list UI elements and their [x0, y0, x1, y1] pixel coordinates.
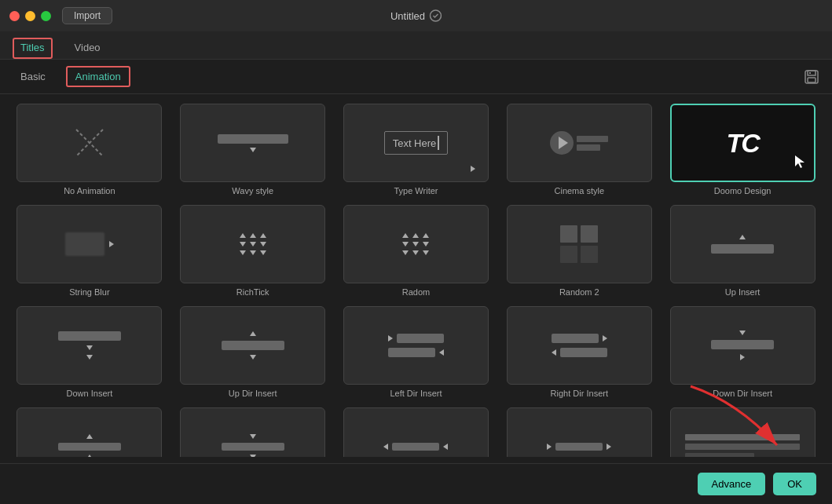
grid-item-cinema-style[interactable]: Cinema style: [502, 104, 656, 195]
sub-tab-bar: Basic Animation: [0, 60, 832, 94]
grid-item-right-dir-insert[interactable]: Right Dir Insert: [502, 306, 656, 398]
rt-arrow2: [250, 233, 256, 238]
cursor-icon: [794, 154, 806, 170]
bottom-bar: Advance OK: [0, 463, 832, 504]
grid-item-left-roll[interactable]: Left Roll: [339, 407, 493, 457]
downdir-arrow2: [740, 354, 745, 360]
thumb-up-insert: [670, 205, 816, 283]
label-radom: Radom: [402, 287, 430, 297]
label-string-blur: String Blur: [69, 287, 109, 297]
rt-arrow7: [240, 250, 246, 255]
thumb-wavy-style: [180, 104, 325, 182]
radom-arrow5: [412, 242, 419, 247]
rt-arrow6: [260, 242, 266, 247]
label-up-dir-insert: Up Dir Insert: [229, 389, 277, 398]
advance-button[interactable]: Advance: [698, 473, 766, 495]
rightroll-arrow2: [607, 444, 611, 450]
radom-arrow4: [402, 242, 409, 247]
grid-item-type-writer[interactable]: Text Here Type Writer: [339, 104, 493, 195]
label-down-dir-insert: Down Dir Insert: [713, 389, 772, 398]
wavy-arrow-down: [250, 148, 256, 152]
ok-button[interactable]: OK: [773, 473, 816, 495]
radom-arrow9: [423, 250, 429, 255]
downdir-arrow: [739, 331, 746, 335]
grid-item-up-dir-insert[interactable]: Up Dir Insert: [176, 306, 330, 398]
grid-item-richtick[interactable]: RichTick: [176, 205, 330, 297]
downroll-arrow2: [250, 455, 256, 457]
down-insert-arrow: [86, 345, 93, 350]
thumb-down-roll: [180, 407, 325, 457]
leftdir-arrow-r: [388, 335, 393, 341]
grid-item-down-insert[interactable]: Down Insert: [13, 306, 167, 398]
leftroll-arrow: [383, 444, 388, 450]
label-right-dir-insert: Right Dir Insert: [551, 389, 608, 398]
tab-animation[interactable]: Animation: [66, 66, 130, 87]
tab-basic[interactable]: Basic: [13, 68, 53, 86]
down-insert-arrow2: [86, 355, 93, 360]
downroll-arrow: [250, 434, 256, 439]
thumb-left-roll: [343, 407, 489, 457]
radom-arrow3: [423, 233, 429, 238]
radom-arrow8: [412, 250, 419, 255]
thumb-up-dir-insert: [180, 306, 325, 385]
leftroll-arrow2: [443, 444, 448, 450]
grid-item-down-dir-insert[interactable]: Down Dir Insert: [665, 306, 819, 398]
uproll-arrow: [86, 434, 93, 439]
doomo-logo: TC: [726, 128, 758, 159]
thumb-string-blur: [16, 205, 162, 283]
rt-arrow5: [250, 242, 256, 247]
thumb-down-insert: [16, 306, 162, 385]
grid-item-down-roll[interactable]: Down Roll: [176, 407, 330, 457]
thumb-richtick: [180, 205, 325, 283]
thumb-down-dir-insert: [670, 306, 816, 385]
svg-rect-4: [809, 72, 811, 74]
grid-item-no-animation[interactable]: No Animation: [13, 104, 167, 195]
typewriter-text: Text Here: [393, 137, 437, 149]
radom-arrow6: [423, 242, 429, 247]
up-insert-arrow: [739, 235, 746, 239]
thumb-radom: [343, 205, 489, 283]
grid-item-up-insert[interactable]: Up Insert: [665, 205, 819, 297]
close-button[interactable]: [9, 11, 20, 21]
maximize-button[interactable]: [41, 11, 51, 21]
thumb-cinema-style: [507, 104, 652, 182]
animation-grid: No Animation Wavy style Text Here Type W…: [0, 94, 832, 457]
label-type-writer: Type Writer: [394, 186, 438, 195]
label-left-dir-insert: Left Dir Insert: [390, 389, 442, 398]
grid-item-up-roll[interactable]: Up Roll: [13, 407, 167, 457]
main-tab-bar: Titles Video: [0, 31, 832, 60]
label-random-2: Random 2: [559, 287, 599, 297]
grid-item-string-blur[interactable]: String Blur: [13, 205, 167, 297]
thumb-right-roll: [507, 407, 652, 457]
leftdir-arrow-l: [439, 349, 444, 356]
thumb-right-dir-insert: [507, 306, 652, 385]
updir-arrow2: [250, 355, 256, 360]
grid-item-doomo-design[interactable]: TC Doomo Design: [665, 104, 819, 195]
grid-item-wavy-style[interactable]: Wavy style: [176, 104, 330, 195]
rightroll-arrow: [547, 444, 552, 450]
label-doomo-design: Doomo Design: [714, 186, 772, 195]
rightdir-arrow-l: [552, 349, 556, 356]
thumb-no-animation: [16, 104, 162, 182]
import-button[interactable]: Import: [62, 7, 112, 24]
grid-item-right-roll[interactable]: Right Roll: [502, 407, 656, 457]
x-icon: [70, 123, 109, 163]
thumb-random-2: [507, 205, 652, 283]
thumb-up-roll: [16, 407, 162, 457]
grid-item-radom[interactable]: Radom: [339, 205, 493, 297]
cursor-bar: [438, 136, 439, 150]
tab-titles[interactable]: Titles: [13, 38, 53, 59]
label-up-insert: Up Insert: [725, 287, 761, 297]
grid-item-random-2[interactable]: Random 2: [502, 205, 656, 297]
cursor-indicator: [794, 154, 806, 173]
rt-arrow9: [260, 250, 266, 255]
label-down-insert: Down Insert: [67, 389, 113, 398]
rt-arrow1: [240, 233, 246, 238]
grid-item-drop1[interactable]: Drop1: [665, 407, 819, 457]
minimize-button[interactable]: [25, 11, 35, 21]
save-icon[interactable]: [804, 69, 819, 85]
grid-item-left-dir-insert[interactable]: Left Dir Insert: [339, 306, 493, 398]
tab-video[interactable]: Video: [68, 38, 107, 59]
radom-arrow7: [402, 250, 409, 255]
thumb-drop1: [670, 407, 816, 457]
